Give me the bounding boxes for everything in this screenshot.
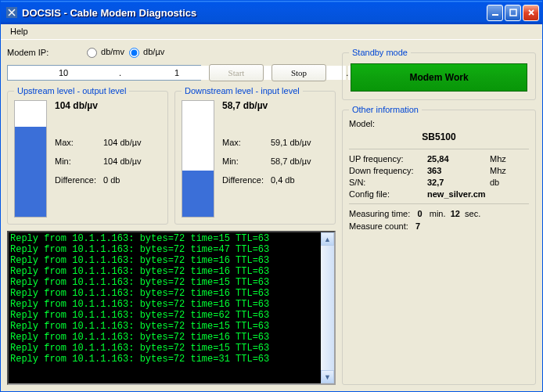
modem-ip-input[interactable]: . . . bbox=[7, 65, 201, 81]
upstream-min: 104 db/µv bbox=[103, 156, 142, 166]
standby-group: Standby mode Modem Work bbox=[342, 48, 536, 100]
upstream-group: Upstream level - output level 104 db/µv … bbox=[7, 86, 168, 225]
upstream-value: 104 db/µv bbox=[55, 100, 161, 111]
measure-count: Measure count: 7 bbox=[349, 221, 529, 231]
app-icon bbox=[5, 6, 18, 19]
scroll-up-icon[interactable]: ▲ bbox=[321, 232, 334, 246]
scroll-track[interactable] bbox=[321, 246, 334, 370]
menubar: Help bbox=[1, 24, 542, 40]
info-legend: Other information bbox=[349, 105, 422, 114]
radio-dbmv[interactable]: db/mv bbox=[87, 47, 124, 58]
upstream-max: 104 db/µv bbox=[103, 138, 142, 147]
window-title: DOCSIS - Cable Modem Diagnostics bbox=[22, 7, 485, 19]
modem-work-button[interactable]: Modem Work bbox=[351, 63, 527, 92]
downstream-value: 58,7 db/µv bbox=[222, 100, 329, 111]
ip-octet-1[interactable] bbox=[8, 66, 119, 80]
svg-rect-2 bbox=[510, 9, 516, 16]
titlebar[interactable]: DOCSIS - Cable Modem Diagnostics bbox=[1, 1, 542, 24]
sn-value: 32,7 bbox=[427, 178, 490, 187]
close-button[interactable] bbox=[523, 5, 539, 21]
svg-rect-1 bbox=[492, 14, 498, 16]
standby-legend: Standby mode bbox=[349, 48, 411, 57]
model-value: SB5100 bbox=[349, 131, 529, 142]
start-button[interactable]: Start bbox=[209, 64, 264, 81]
ping-terminal: Reply from 10.1.1.163: bytes=72 time=15 … bbox=[7, 231, 336, 385]
downfreq-value: 363 bbox=[427, 166, 490, 175]
radio-dbuv[interactable]: db/µv bbox=[129, 47, 164, 58]
downstream-max: 59,1 db/µv bbox=[271, 138, 311, 147]
downstream-group: Downstream level - input level 58,7 db/µ… bbox=[174, 86, 336, 225]
menu-help[interactable]: Help bbox=[5, 25, 33, 38]
downstream-bar bbox=[182, 100, 214, 218]
upstream-legend: Upstream level - output level bbox=[14, 86, 129, 95]
stop-button[interactable]: Stop bbox=[272, 64, 326, 81]
model-label: Model: bbox=[349, 119, 529, 128]
minimize-button[interactable] bbox=[487, 5, 503, 21]
downstream-legend: Downstream level - input level bbox=[182, 86, 303, 95]
downstream-min: 58,7 db/µv bbox=[271, 156, 311, 166]
modem-ip-label: Modem IP: bbox=[7, 48, 51, 57]
measuring-time: Measuring time: 0 min. 12 sec. bbox=[349, 209, 529, 218]
upstream-diff: 0 db bbox=[103, 175, 120, 185]
terminal-scrollbar[interactable]: ▲ ▼ bbox=[321, 232, 334, 383]
upfreq-value: 25,84 bbox=[427, 154, 490, 164]
downstream-diff: 0,4 db bbox=[271, 175, 295, 185]
info-group: Other information Model: SB5100 UP frequ… bbox=[342, 105, 536, 385]
maximize-button[interactable] bbox=[505, 5, 521, 21]
config-value: new_silver.cm bbox=[427, 189, 486, 199]
terminal-text[interactable]: Reply from 10.1.1.163: bytes=72 time=15 … bbox=[9, 232, 321, 383]
app-window: DOCSIS - Cable Modem Diagnostics Help Mo… bbox=[0, 0, 543, 392]
upstream-bar bbox=[14, 100, 47, 218]
scroll-down-icon[interactable]: ▼ bbox=[321, 370, 334, 383]
